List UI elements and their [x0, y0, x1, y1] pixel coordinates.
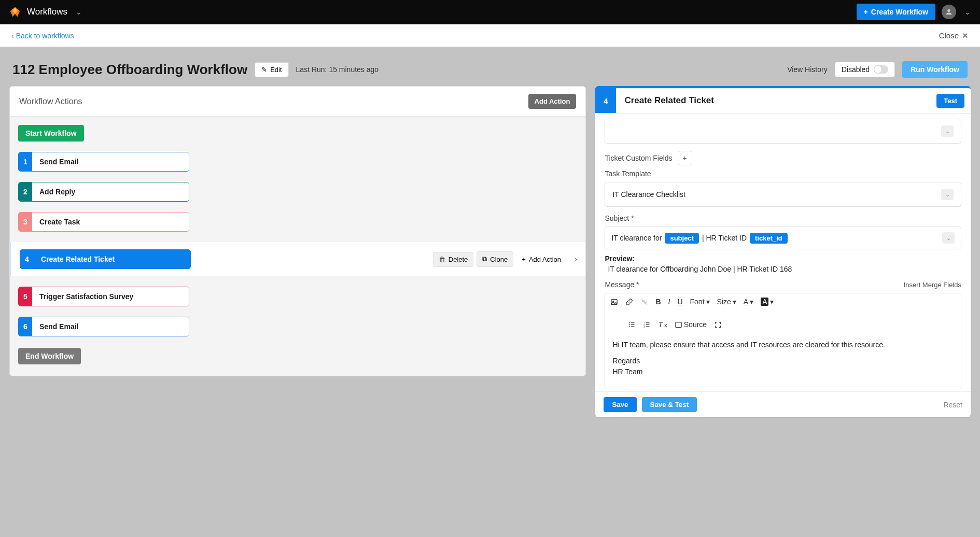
svg-rect-14 [646, 324, 650, 324]
view-history-link[interactable]: View History [787, 65, 828, 74]
italic-icon[interactable]: I [668, 298, 670, 306]
size-dropdown[interactable]: Size ▾ [717, 298, 736, 306]
back-label: Back to workflows [16, 32, 74, 40]
image-icon[interactable] [610, 298, 618, 306]
save-button[interactable]: Save [604, 397, 636, 412]
app-title[interactable]: Workflows [27, 7, 67, 17]
svg-rect-13 [646, 322, 650, 323]
unlink-icon[interactable] [640, 298, 648, 306]
action-config-panel: 4 Create Related Ticket Test ⌄ Ticket Cu… [595, 86, 971, 417]
task-template-select[interactable]: IT Clearance Checklist ⌄ [605, 182, 961, 207]
fullscreen-icon[interactable] [714, 321, 722, 329]
insert-merge-link[interactable]: Insert Merge Fields [904, 281, 961, 289]
header-right: View History Disabled Run Workflow [787, 61, 968, 78]
create-workflow-button[interactable]: + Create Workflow [857, 4, 935, 20]
back-link[interactable]: ‹ Back to workflows [11, 32, 74, 40]
delete-button[interactable]: 🗑Delete [433, 252, 474, 267]
action-label: Add Reply [32, 182, 189, 201]
number-list-icon[interactable]: 123 [643, 321, 651, 329]
action-row: 3 Create Task [18, 212, 577, 232]
action-row: 5 Trigger Satisfaction Survey [18, 287, 577, 306]
avatar-chevron-icon[interactable]: ⌄ [964, 8, 971, 16]
add-action-label: Add Action [529, 256, 561, 263]
chevron-down-icon: ⌄ [941, 189, 954, 200]
edit-button[interactable]: ✎ Edit [255, 62, 288, 77]
action-row: 1 Send Email [18, 152, 577, 172]
config-body: ⌄ Ticket Custom Fields + Task Template I… [595, 114, 971, 391]
action-number: 4 [20, 250, 34, 268]
page-header: 112 Employee Offboarding Workflow ✎ Edit… [9, 54, 971, 86]
action-number: 1 [19, 152, 32, 171]
subject-text: | HR Ticket ID [702, 234, 747, 242]
row-buttons: 🗑Delete ⧉Clone +Add Action › [433, 251, 578, 267]
action-send-email-2[interactable]: 6 Send Email [18, 317, 189, 336]
action-send-email[interactable]: 1 Send Email [18, 152, 189, 172]
action-row: 2 Add Reply [18, 182, 577, 202]
plus-icon: + [522, 256, 526, 263]
bold-icon[interactable]: B [655, 298, 661, 306]
merge-token[interactable]: ticket_id [750, 233, 788, 244]
edit-label: Edit [270, 66, 282, 74]
close-link[interactable]: Close ✕ [939, 31, 969, 40]
clear-format-icon[interactable]: Tx [658, 320, 667, 329]
message-body[interactable]: Hi IT team, please ensure that access an… [605, 333, 961, 389]
merge-token[interactable]: subject [665, 233, 699, 244]
config-number: 4 [595, 88, 616, 113]
plus-icon: + [864, 8, 868, 16]
subbar: ‹ Back to workflows Close ✕ [0, 24, 980, 47]
run-workflow-button[interactable]: Run Workflow [902, 61, 968, 78]
workflow-actions-header: Workflow Actions Add Action [10, 87, 585, 117]
font-dropdown[interactable]: Font ▾ [690, 298, 710, 306]
action-create-task[interactable]: 3 Create Task [18, 212, 189, 232]
svg-point-0 [947, 9, 950, 12]
bullet-list-icon[interactable] [628, 321, 636, 329]
text-color-icon[interactable]: A ▾ [744, 298, 753, 306]
bg-color-icon[interactable]: A ▾ [761, 298, 774, 306]
action-create-related-ticket[interactable]: 4 Create Related Ticket [20, 249, 191, 269]
chevron-right-icon[interactable]: › [575, 255, 577, 264]
last-run-text: Last Run: 15 minutes ago [296, 65, 379, 74]
action-add-reply[interactable]: 2 Add Reply [18, 182, 189, 202]
subject-input[interactable]: IT clearance for subject | HR Ticket ID … [605, 227, 961, 249]
save-test-button[interactable]: Save & Test [642, 397, 697, 412]
preview-text: IT clearance for Offboarding John Doe | … [608, 265, 961, 273]
editor-toolbar: B I U Font ▾ Size ▾ A ▾ A ▾ 123 Tx Sourc… [605, 293, 961, 333]
svg-rect-1 [611, 299, 617, 304]
message-text: HR Team [612, 366, 954, 377]
subject-label: Subject * [605, 214, 961, 222]
delete-label: Delete [449, 256, 468, 263]
svg-text:3: 3 [644, 325, 646, 328]
disabled-toggle[interactable]: Disabled [835, 62, 895, 77]
action-row: 4 Create Related Ticket [20, 249, 191, 269]
add-action-inline-button[interactable]: +Add Action [516, 252, 566, 266]
underline-icon[interactable]: U [677, 298, 682, 306]
selected-action-row: 4 Create Related Ticket 🗑Delete ⧉Clone +… [9, 242, 586, 276]
add-action-button[interactable]: Add Action [528, 94, 577, 109]
workflow-title: 112 Employee Offboarding Workflow [12, 62, 247, 78]
action-trigger-survey[interactable]: 5 Trigger Satisfaction Survey [18, 287, 189, 306]
add-custom-field-button[interactable]: + [678, 151, 692, 165]
topbar-right: + Create Workflow ⌄ [857, 4, 971, 20]
link-icon[interactable] [625, 298, 633, 306]
test-button[interactable]: Test [936, 94, 964, 108]
chevron-down-icon[interactable]: ⌄ [76, 8, 82, 16]
avatar[interactable] [942, 5, 956, 19]
start-workflow-button[interactable]: Start Workflow [18, 125, 84, 142]
blank-select[interactable]: ⌄ [605, 119, 961, 144]
action-row: 6 Send Email [18, 317, 577, 336]
chevron-down-icon[interactable]: ⌄ [942, 232, 955, 244]
action-number: 3 [19, 213, 32, 231]
svg-rect-9 [631, 326, 635, 327]
pencil-icon: ✎ [261, 66, 267, 74]
svg-rect-7 [631, 322, 635, 323]
reset-link[interactable]: Reset [943, 401, 962, 409]
svg-rect-15 [646, 326, 650, 327]
svg-point-4 [629, 322, 631, 323]
workflow-actions-title: Workflow Actions [19, 97, 82, 106]
source-button[interactable]: Source [675, 320, 707, 329]
end-workflow-button[interactable]: End Workflow [18, 348, 81, 364]
message-row: Message * Insert Merge Fields [605, 280, 961, 289]
topbar: Workflows ⌄ + Create Workflow ⌄ [0, 0, 980, 24]
clone-button[interactable]: ⧉Clone [477, 251, 513, 267]
task-template-value: IT Clearance Checklist [612, 190, 685, 199]
